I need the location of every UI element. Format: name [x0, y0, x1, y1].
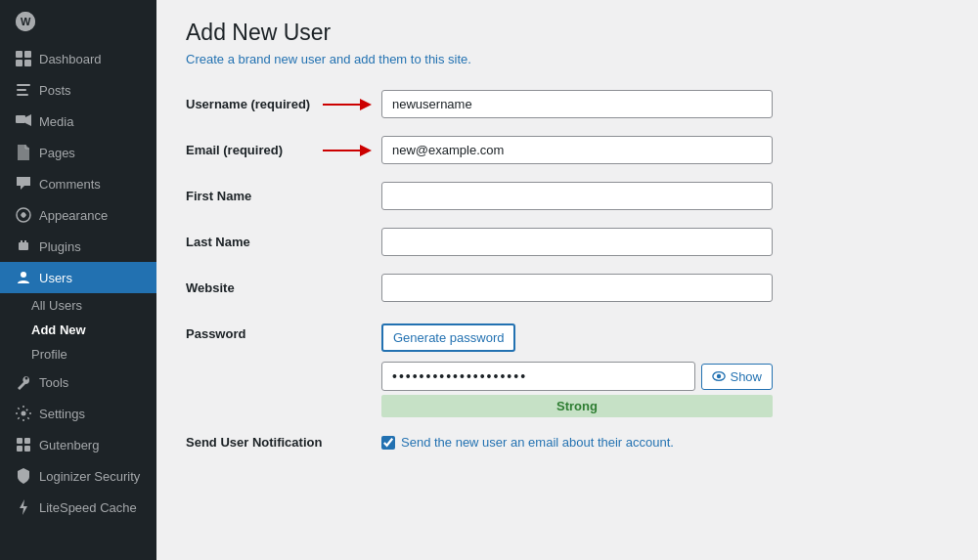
- gutenberg-icon: [16, 437, 31, 452]
- svg-marker-22: [20, 499, 27, 515]
- svg-point-15: [21, 272, 26, 278]
- firstname-row: First Name: [186, 182, 949, 210]
- dashboard-icon: [16, 51, 31, 66]
- sidebar-item-media-label: Media: [39, 114, 73, 129]
- sidebar-subitem-profile[interactable]: Profile: [16, 342, 156, 366]
- generate-password-button[interactable]: Generate password: [381, 323, 515, 352]
- username-row: Username (required): [186, 90, 949, 118]
- sidebar-item-loginizer[interactable]: Loginizer Security: [0, 460, 156, 492]
- tools-icon: [16, 374, 31, 390]
- sidebar-item-gutenberg[interactable]: Gutenberg: [0, 429, 156, 460]
- svg-rect-14: [24, 240, 26, 242]
- website-input[interactable]: [381, 274, 773, 302]
- notification-checkbox[interactable]: [381, 436, 395, 450]
- svg-rect-2: [16, 51, 22, 58]
- sidebar-item-settings[interactable]: Settings: [0, 398, 156, 429]
- lastname-input[interactable]: [381, 228, 773, 256]
- notification-row: Send User Notification Send the new user…: [186, 435, 949, 450]
- password-label: Password: [186, 320, 381, 341]
- email-input[interactable]: [381, 136, 773, 164]
- sidebar-item-litespeed-label: LiteSpeed Cache: [39, 500, 137, 515]
- svg-rect-18: [17, 438, 22, 444]
- appearance-icon: [16, 207, 31, 223]
- password-input[interactable]: [381, 362, 695, 391]
- sidebar-subitem-all-users[interactable]: All Users: [16, 293, 156, 318]
- sidebar-item-posts-label: Posts: [39, 83, 71, 98]
- password-strength-bar: Strong: [381, 395, 773, 417]
- sidebar-item-posts[interactable]: Posts: [0, 74, 156, 106]
- lastname-row: Last Name: [186, 228, 949, 256]
- show-password-button[interactable]: Show: [701, 364, 773, 390]
- svg-rect-4: [16, 60, 22, 66]
- wordpress-logo-icon: W: [16, 12, 35, 31]
- sidebar-item-litespeed[interactable]: LiteSpeed Cache: [0, 492, 156, 523]
- sidebar-item-loginizer-label: Loginizer Security: [39, 469, 140, 484]
- svg-rect-9: [16, 115, 25, 123]
- notification-text: Send the new user an email about their a…: [401, 435, 674, 450]
- svg-rect-13: [21, 240, 22, 242]
- plugins-icon: [16, 238, 31, 254]
- website-field-wrap: [381, 274, 773, 302]
- litespeed-icon: [16, 499, 31, 515]
- firstname-input[interactable]: [381, 182, 773, 210]
- sidebar-item-appearance[interactable]: Appearance: [0, 199, 156, 231]
- svg-point-26: [717, 374, 721, 378]
- media-icon: [16, 113, 31, 129]
- password-section: Generate password Show Strong: [381, 323, 773, 417]
- sidebar-item-pages-label: Pages: [39, 146, 75, 160]
- loginizer-icon: [16, 468, 31, 484]
- users-icon: [16, 270, 31, 285]
- sidebar-item-comments[interactable]: Comments: [0, 168, 156, 199]
- sidebar-item-users-label: Users: [39, 271, 72, 285]
- lastname-label: Last Name: [186, 228, 381, 249]
- svg-rect-20: [17, 446, 22, 452]
- sidebar-item-tools-label: Tools: [39, 375, 68, 390]
- settings-icon: [16, 406, 31, 421]
- email-row: Email (required): [186, 136, 949, 164]
- eye-icon: [712, 369, 726, 383]
- email-field-wrap: [381, 136, 773, 164]
- sidebar-item-pages[interactable]: Pages: [0, 137, 156, 168]
- svg-rect-7: [17, 89, 26, 91]
- svg-rect-8: [17, 94, 28, 96]
- sidebar-item-settings-label: Settings: [39, 407, 85, 421]
- sidebar-item-tools[interactable]: Tools: [0, 366, 156, 398]
- sidebar-item-plugins[interactable]: Plugins: [0, 231, 156, 262]
- sidebar-item-users[interactable]: Users: [0, 262, 156, 293]
- svg-marker-10: [25, 114, 31, 126]
- page-title: Add New User: [186, 20, 949, 46]
- page-subtitle: Create a brand new user and add them to …: [186, 52, 949, 66]
- svg-point-16: [25, 377, 28, 380]
- svg-text:W: W: [21, 16, 31, 27]
- svg-rect-3: [24, 51, 31, 58]
- sidebar-item-plugins-label: Plugins: [39, 239, 81, 254]
- sidebar-item-dashboard[interactable]: Dashboard: [0, 43, 156, 74]
- svg-rect-6: [17, 84, 30, 86]
- website-row: Website: [186, 274, 949, 302]
- main-content: Add New User Create a brand new user and…: [156, 0, 978, 560]
- username-field-wrap: [381, 90, 773, 118]
- notification-check-wrap: Send the new user an email about their a…: [381, 435, 674, 450]
- website-label: Website: [186, 274, 381, 295]
- notification-label: Send User Notification: [186, 435, 381, 450]
- firstname-field-wrap: [381, 182, 773, 210]
- username-input[interactable]: [381, 90, 773, 118]
- sidebar-item-dashboard-label: Dashboard: [39, 52, 102, 66]
- svg-rect-21: [24, 446, 30, 452]
- sidebar-item-comments-label: Comments: [39, 177, 101, 192]
- svg-rect-12: [19, 242, 28, 250]
- pages-icon: [16, 145, 31, 160]
- sidebar-item-gutenberg-label: Gutenberg: [39, 438, 99, 452]
- show-button-label: Show: [730, 369, 762, 384]
- email-arrow: [323, 141, 372, 160]
- sidebar-item-media[interactable]: Media: [0, 106, 156, 137]
- sidebar-logo[interactable]: W: [0, 0, 156, 43]
- firstname-label: First Name: [186, 182, 381, 203]
- username-arrow: [323, 95, 372, 114]
- sidebar: W Dashboard Posts Media Pages Comments: [0, 0, 156, 560]
- svg-rect-5: [24, 60, 31, 66]
- sidebar-item-appearance-label: Appearance: [39, 208, 108, 223]
- sidebar-subitem-add-new[interactable]: Add New: [16, 318, 156, 342]
- posts-icon: [16, 82, 31, 98]
- svg-rect-19: [24, 438, 30, 444]
